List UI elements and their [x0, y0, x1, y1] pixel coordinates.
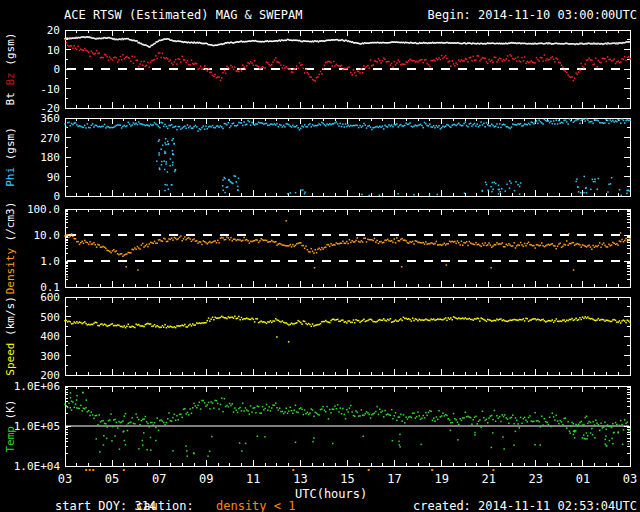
- y-tick-label: 1.0E+05: [14, 420, 60, 433]
- x-tick-label: 11: [246, 472, 260, 486]
- y-tick-label: 1.0: [40, 255, 60, 268]
- y-axis-label-density: Density (/cm3): [4, 202, 17, 295]
- y-tick-label: 20: [47, 24, 60, 37]
- x-tick-label: 19: [434, 472, 448, 486]
- created-timestamp: created: 2014-11-11 02:53:04UTC: [413, 499, 637, 512]
- x-axis-tick-labels: 03050709111315171921230103: [58, 472, 637, 486]
- y-tick-label: 1.0E+04: [14, 460, 61, 473]
- ace-rtsw-plot-window: 20100-10-20Bt Bz (gsm)360270180900Phi (g…: [0, 0, 640, 512]
- series-speed: [64, 316, 631, 343]
- y-tick-label: 180: [40, 151, 60, 164]
- caution-value: density < 1: [216, 499, 295, 512]
- y-tick-label: 360: [40, 112, 60, 125]
- caution-marks: [85, 469, 494, 471]
- panel-bt-bz: 20100-10-20Bt Bz (gsm): [4, 24, 631, 115]
- caution-label: caution:: [136, 499, 194, 512]
- x-tick-label: 09: [199, 472, 213, 486]
- x-tick-label: 23: [529, 472, 543, 486]
- y-tick-label: 100.0: [27, 203, 60, 216]
- y-axis-label-phi: Phi (gsm): [4, 127, 17, 187]
- y-tick-label: 10: [47, 44, 60, 57]
- axes-density: 100.010.01.00.1: [27, 203, 630, 294]
- x-tick-label: 17: [387, 472, 401, 486]
- series-bt: [64, 36, 631, 48]
- page-title: ACE RTSW (Estimated) MAG & SWEPAM: [64, 8, 302, 22]
- y-tick-label: 1.0E+06: [14, 380, 60, 393]
- x-tick-label: 07: [152, 472, 166, 486]
- y-axis-label-temp: Temp (K): [4, 400, 17, 453]
- panel-temp: 1.0E+061.0E+051.0E+04Temp (K): [4, 380, 631, 473]
- x-tick-label: 05: [105, 472, 119, 486]
- x-tick-label: 01: [576, 472, 590, 486]
- x-tick-label: 13: [293, 472, 307, 486]
- x-tick-label: 15: [340, 472, 354, 486]
- series-density: [64, 220, 631, 277]
- axes-bt-bz: 20100-10-20: [40, 24, 630, 115]
- y-tick-label: 270: [40, 132, 60, 145]
- y-axis-label-speed: Speed (km/s): [4, 296, 17, 375]
- axes-speed: 600500400300200: [40, 291, 630, 382]
- panel-density: 100.010.01.00.1Density (/cm3): [4, 202, 631, 295]
- y-axis-label-bt-bz: Bt Bz (gsm): [4, 33, 17, 106]
- begin-timestamp: Begin: 2014-11-10 03:00:00UTC: [427, 8, 637, 22]
- panel-phi: 360270180900Phi (gsm): [4, 112, 631, 203]
- x-tick-label: 03: [58, 472, 72, 486]
- chart-canvas: 20100-10-20Bt Bz (gsm)360270180900Phi (g…: [0, 0, 640, 512]
- y-tick-label: 0: [53, 63, 60, 76]
- axes-phi: 360270180900: [40, 112, 630, 203]
- y-tick-label: 600: [40, 291, 60, 304]
- series-bz: [64, 39, 631, 82]
- y-tick-label: 400: [40, 330, 60, 343]
- x-tick-label: 03: [623, 472, 637, 486]
- y-tick-label: 90: [47, 171, 60, 184]
- y-tick-label: 500: [40, 311, 60, 324]
- y-tick-label: 0: [53, 190, 60, 203]
- y-tick-label: 10.0: [34, 229, 61, 242]
- series-temp: [64, 392, 631, 457]
- x-tick-label: 21: [482, 472, 496, 486]
- y-tick-label: -10: [40, 83, 60, 96]
- y-tick-label: 300: [40, 350, 60, 363]
- x-axis-title: UTC(hours): [295, 487, 367, 501]
- series-phi: [64, 118, 631, 196]
- panel-speed: 600500400300200Speed (km/s): [4, 291, 631, 382]
